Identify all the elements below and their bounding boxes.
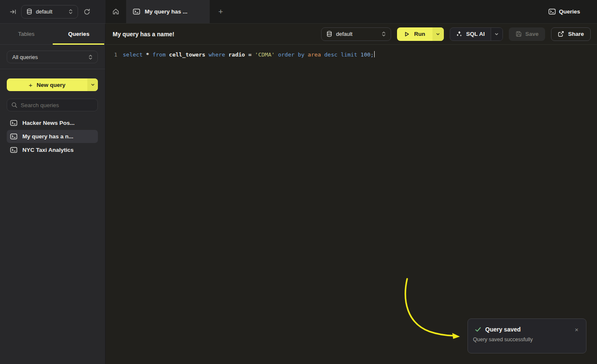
- active-tab-underline: [53, 43, 105, 45]
- save-button[interactable]: Save: [509, 27, 546, 41]
- editor-header: My query has a name! default: [105, 24, 597, 45]
- run-dropdown-button[interactable]: [432, 27, 444, 41]
- search-queries-input[interactable]: [21, 102, 93, 108]
- search-queries-box: [7, 99, 98, 111]
- query-list-item[interactable]: Hacker News Pos...: [7, 116, 98, 129]
- sql-token: *: [146, 51, 153, 58]
- run-split-button: Run: [397, 27, 443, 41]
- toolbar-database-value: default: [336, 31, 378, 37]
- new-query-label: New query: [37, 82, 65, 88]
- chevron-down-icon: [436, 32, 440, 36]
- text-cursor: [374, 51, 375, 57]
- home-icon: [112, 8, 119, 15]
- sql-ai-split-button: SQL AI: [450, 27, 503, 41]
- new-query-dropdown-button[interactable]: [87, 78, 98, 91]
- sql-token: from: [152, 51, 169, 58]
- sql-token: radio: [228, 51, 248, 58]
- tab-tables-label: Tables: [18, 31, 35, 37]
- refresh-icon: [84, 8, 90, 15]
- toast-close-button[interactable]: ×: [573, 326, 580, 333]
- sql-console-app: default: [0, 0, 597, 364]
- play-icon: [404, 31, 410, 37]
- new-query-button[interactable]: + New query: [7, 78, 87, 91]
- tab-label: My query has ...: [145, 8, 187, 15]
- sidebar-divider: [0, 69, 105, 69]
- search-icon: [11, 102, 17, 108]
- save-label: Save: [525, 31, 539, 37]
- refresh-button[interactable]: [84, 8, 90, 15]
- run-label: Run: [414, 31, 425, 37]
- topbar-database-selector[interactable]: default: [21, 5, 78, 19]
- sql-editor[interactable]: 1 select * from cell_towers where radio …: [105, 45, 597, 59]
- save-icon: [516, 31, 522, 37]
- sql-token: cell_towers: [169, 51, 209, 58]
- sidebar-tab-queries[interactable]: Queries: [53, 24, 105, 44]
- new-tab-button[interactable]: +: [210, 0, 232, 23]
- sql-token: where: [209, 51, 229, 58]
- toast-title: Query saved: [485, 326, 521, 333]
- toolbar-database-selector[interactable]: default: [321, 27, 391, 41]
- sql-token: 100: [361, 51, 370, 58]
- sql-ai-dropdown-button[interactable]: [491, 28, 502, 40]
- query-item-label: Hacker News Pos...: [22, 120, 75, 126]
- tab-my-query[interactable]: My query has ...: [126, 0, 210, 23]
- sidebar: Tables Queries All queries + New query: [0, 24, 105, 364]
- database-icon: [27, 8, 32, 15]
- chevron-down-icon: [494, 32, 499, 36]
- sql-ai-label: SQL AI: [466, 31, 485, 37]
- editor-pane: My query has a name! default: [105, 24, 597, 364]
- new-query-split-button: + New query: [7, 78, 98, 91]
- database-selector-value: default: [36, 8, 65, 15]
- queries-indicator-label: Queries: [559, 8, 580, 15]
- sidebar-tabs: Tables Queries: [0, 24, 105, 45]
- tab-queries-label: Queries: [68, 31, 89, 37]
- chevron-updown-icon: [382, 31, 386, 37]
- sql-token: =: [248, 51, 255, 58]
- share-icon: [558, 31, 564, 37]
- sql-token: area: [308, 51, 324, 58]
- toast-query-saved: Query saved × Query saved successfully: [467, 318, 586, 353]
- editor-toolbar: default Run: [321, 27, 591, 41]
- sql-token: ;: [370, 51, 374, 58]
- query-list-item-selected[interactable]: My query has a n...: [7, 130, 98, 143]
- line-number: 1: [112, 50, 117, 59]
- sql-token: order: [278, 51, 298, 58]
- query-item-label: NYC Taxi Analytics: [22, 147, 74, 153]
- topbar-left: default: [0, 0, 105, 24]
- sql-token: desc: [324, 51, 341, 58]
- share-button[interactable]: Share: [551, 27, 591, 41]
- query-title: My query has a name!: [113, 31, 174, 38]
- sparkles-icon: [456, 31, 462, 37]
- home-button[interactable]: [105, 0, 126, 23]
- sql-token: by: [298, 51, 308, 58]
- sql-token: select: [123, 51, 146, 58]
- share-label: Share: [568, 31, 584, 37]
- collapse-sidebar-icon: [10, 8, 16, 15]
- sql-code-line: select * from cell_towers where radio = …: [123, 50, 375, 59]
- toast-header: Query saved ×: [475, 326, 580, 333]
- topbar-right: My query has ... + Queries: [105, 0, 597, 24]
- check-icon: [475, 326, 481, 332]
- database-icon: [327, 31, 332, 37]
- query-list: Hacker News Pos... My query has a n... N…: [7, 116, 98, 156]
- query-filter-value: All queries: [12, 54, 85, 60]
- chevron-updown-icon: [69, 9, 73, 14]
- queries-indicator[interactable]: Queries: [548, 0, 597, 23]
- run-button[interactable]: Run: [397, 27, 432, 41]
- terminal-icon: [548, 8, 556, 15]
- sidebar-body: All queries + New query: [0, 45, 105, 156]
- terminal-icon: [133, 8, 140, 15]
- collapse-sidebar-button[interactable]: [10, 8, 16, 15]
- sql-token: limit: [341, 51, 361, 58]
- sidebar-tab-tables[interactable]: Tables: [0, 24, 53, 44]
- sql-ai-button[interactable]: SQL AI: [450, 28, 491, 40]
- topbar-spacer: [232, 0, 548, 23]
- query-item-label: My query has a n...: [22, 133, 73, 140]
- terminal-icon: [10, 133, 17, 140]
- toast-message: Query saved successfully: [473, 337, 580, 342]
- topbar: default: [0, 0, 597, 24]
- query-list-item[interactable]: NYC Taxi Analytics: [7, 143, 98, 156]
- query-filter-select[interactable]: All queries: [7, 51, 98, 63]
- sql-token: 'CDMA': [255, 51, 278, 58]
- chevron-down-icon: [91, 83, 95, 87]
